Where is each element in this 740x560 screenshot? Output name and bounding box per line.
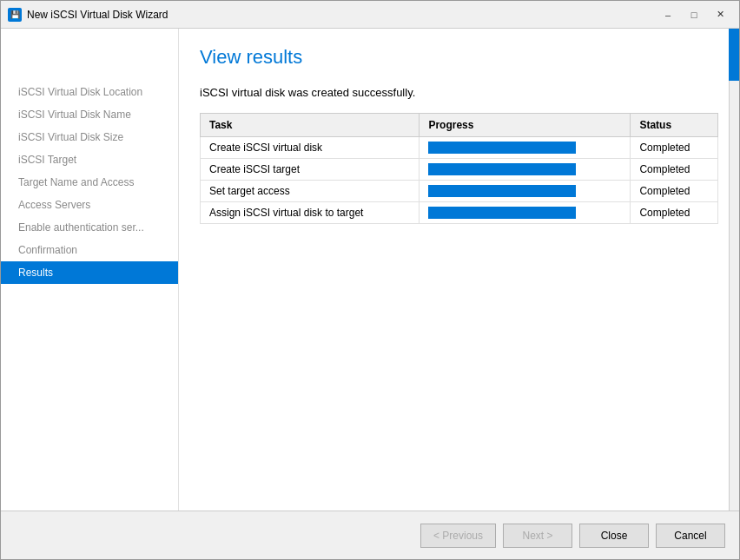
app-icon: 💾	[8, 8, 22, 22]
sidebar-item-target-name: Target Name and Access	[1, 171, 178, 194]
sidebar-item-access-servers: Access Servers	[1, 194, 178, 216]
task-cell: Create iSCSI target	[201, 159, 420, 181]
progress-bar-fill	[428, 207, 576, 219]
progress-bar-fill	[428, 163, 576, 175]
progress-bar-fill	[428, 142, 576, 154]
col-progress: Progress	[420, 114, 631, 137]
progress-cell	[420, 202, 631, 224]
progress-bar-container	[428, 163, 576, 175]
sidebar-item-confirmation: Confirmation	[1, 239, 178, 261]
sidebar-item-iscsi-size: iSCSI Virtual Disk Size	[1, 126, 178, 148]
success-message: iSCSI virtual disk was created successfu…	[200, 86, 718, 99]
progress-cell	[420, 181, 631, 202]
status-cell: Completed	[631, 137, 718, 159]
page-title: View results	[200, 46, 718, 69]
window-controls: – □ ✕	[656, 6, 732, 23]
task-cell: Set target access	[201, 181, 420, 202]
progress-cell	[420, 159, 631, 181]
progress-cell	[420, 137, 631, 159]
status-cell: Completed	[631, 181, 718, 202]
table-row: Create iSCSI virtual diskCompleted	[201, 137, 718, 159]
results-table: Task Progress Status Create iSCSI virtua…	[200, 113, 718, 224]
status-cell: Completed	[631, 159, 718, 181]
sidebar-item-iscsi-location: iSCSI Virtual Disk Location	[1, 81, 178, 103]
progress-bar-container	[428, 185, 576, 197]
window-title: New iSCSI Virtual Disk Wizard	[27, 9, 168, 21]
task-cell: Assign iSCSI virtual disk to target	[201, 202, 420, 224]
sidebar-item-iscsi-target: iSCSI Target	[1, 148, 178, 171]
scrollbar-thumb[interactable]	[729, 29, 739, 81]
title-bar: 💾 New iSCSI Virtual Disk Wizard – □ ✕	[1, 1, 739, 29]
scrollbar-track[interactable]	[729, 29, 739, 511]
table-row: Assign iSCSI virtual disk to targetCompl…	[201, 202, 718, 224]
minimize-button[interactable]: –	[656, 6, 680, 23]
sidebar-item-auth: Enable authentication ser...	[1, 216, 178, 239]
main-content: iSCSI Virtual Disk Location iSCSI Virtua…	[1, 29, 739, 511]
close-window-button[interactable]: ✕	[708, 6, 732, 23]
maximize-button[interactable]: □	[682, 6, 706, 23]
close-button[interactable]: Close	[579, 524, 649, 548]
progress-bar-container	[428, 142, 576, 154]
footer: < Previous Next > Close Cancel	[1, 511, 739, 559]
previous-button[interactable]: < Previous	[420, 524, 496, 548]
cancel-button[interactable]: Cancel	[656, 524, 725, 548]
progress-bar-container	[428, 207, 576, 219]
page-area-wrapper: View results iSCSI virtual disk was crea…	[179, 29, 739, 511]
col-task: Task	[201, 114, 420, 137]
col-status: Status	[631, 114, 718, 137]
table-row: Create iSCSI targetCompleted	[201, 159, 718, 181]
status-cell: Completed	[631, 202, 718, 224]
wizard-window: 💾 New iSCSI Virtual Disk Wizard – □ ✕ iS…	[0, 0, 740, 560]
sidebar-item-results: Results	[1, 261, 178, 284]
title-bar-left: 💾 New iSCSI Virtual Disk Wizard	[8, 8, 168, 22]
task-cell: Create iSCSI virtual disk	[201, 137, 420, 159]
page-area: View results iSCSI virtual disk was crea…	[179, 29, 739, 241]
progress-bar-fill	[428, 185, 576, 197]
sidebar-item-iscsi-name: iSCSI Virtual Disk Name	[1, 103, 178, 126]
sidebar: iSCSI Virtual Disk Location iSCSI Virtua…	[1, 29, 179, 511]
next-button[interactable]: Next >	[503, 524, 572, 548]
table-row: Set target accessCompleted	[201, 181, 718, 202]
